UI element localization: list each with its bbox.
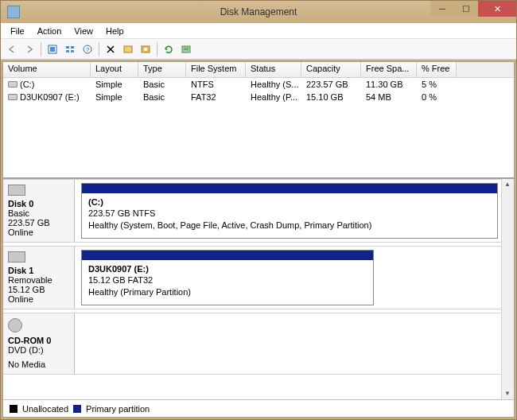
disks-panel: Disk 0 Basic 223.57 GB Online (C:) 223.5… (3, 179, 514, 399)
menu-action[interactable]: Action (31, 25, 68, 37)
vol-free: 11.30 GB (361, 80, 417, 89)
svg-rect-13 (184, 49, 189, 50)
partition-detail: 15.12 GB FAT32 (88, 274, 367, 286)
partition-header (82, 251, 373, 260)
forward-button[interactable] (21, 41, 37, 57)
rescan-button[interactable] (178, 41, 194, 57)
vertical-scrollbar[interactable]: ▲ ▼ (501, 179, 514, 399)
disk-size: 223.57 GB (8, 218, 69, 228)
col-free[interactable]: Free Spa... (361, 62, 417, 77)
up-button[interactable] (45, 41, 60, 57)
disk-icon (8, 251, 25, 262)
vol-status: Healthy (P... (246, 92, 301, 102)
partition-header (82, 184, 497, 193)
legend-swatch-unallocated (10, 405, 17, 413)
partition[interactable]: (C:) 223.57 GB NTFS Healthy (System, Boo… (81, 183, 498, 239)
minimize-button[interactable]: ─ (430, 1, 454, 17)
disk-size: 15.12 GB (8, 285, 69, 294)
col-pctfree[interactable]: % Free (417, 62, 457, 77)
disk-state: No Media (8, 360, 69, 369)
scroll-up-icon[interactable]: ▲ (502, 179, 513, 190)
svg-rect-5 (71, 50, 74, 52)
close-button[interactable]: ✕ (478, 1, 516, 17)
vol-layout: Simple (91, 92, 138, 102)
svg-rect-3 (71, 46, 74, 49)
col-layout[interactable]: Layout (91, 62, 138, 77)
col-volume[interactable]: Volume (3, 62, 91, 77)
app-icon (7, 6, 20, 18)
back-button[interactable] (4, 41, 20, 57)
col-type[interactable]: Type (138, 62, 186, 77)
cdrom-icon (8, 318, 22, 332)
volume-row[interactable]: (C:) Simple Basic NTFS Healthy (S... 223… (3, 78, 514, 91)
vol-type: Basic (138, 80, 186, 89)
delete-button[interactable] (103, 41, 119, 57)
menu-file[interactable]: File (4, 25, 31, 37)
format-button[interactable] (120, 41, 136, 57)
volumes-list: Volume Layout Type File System Status Ca… (3, 62, 514, 179)
disk-name: Disk 1 (8, 266, 69, 275)
volumes-header: Volume Layout Type File System Status Ca… (3, 62, 514, 78)
window-controls: ─ ☐ ✕ (430, 1, 516, 17)
vol-capacity: 15.10 GB (301, 92, 361, 102)
partition-title: (C:) (88, 196, 491, 208)
svg-rect-4 (66, 50, 69, 52)
settings-button[interactable] (138, 41, 154, 57)
menubar: File Action View Help (1, 23, 516, 39)
vol-layout: Simple (91, 80, 138, 89)
vol-name: (C:) (20, 80, 34, 89)
disk-state: Online (8, 294, 69, 304)
legend-swatch-primary (73, 405, 81, 413)
legend-primary: Primary partition (86, 404, 150, 414)
disk-management-window: Disk Management ─ ☐ ✕ File Action View H… (0, 0, 517, 420)
svg-rect-2 (66, 46, 69, 49)
disk-name: Disk 0 (8, 199, 69, 208)
disk-icon (8, 185, 25, 196)
partition-detail: 223.57 GB NTFS (88, 208, 491, 219)
menu-view[interactable]: View (68, 25, 99, 37)
disk-label: CD-ROM 0 DVD (D:) No Media (3, 313, 75, 374)
refresh-button[interactable] (161, 41, 177, 57)
legend: Unallocated Primary partition (3, 399, 514, 417)
partition-status: Healthy (Primary Partition) (88, 286, 367, 298)
svg-text:?: ? (86, 46, 90, 53)
partition-title: D3UK0907 (E:) (88, 263, 367, 274)
disk-name: CD-ROM 0 (8, 336, 69, 345)
svg-rect-12 (184, 48, 189, 49)
disk-kind: Basic (8, 208, 69, 218)
toolbar: ? (1, 39, 516, 60)
legend-unallocated: Unallocated (22, 404, 68, 414)
disk-icon (8, 81, 17, 88)
svg-rect-1 (50, 47, 55, 52)
volume-row[interactable]: D3UK0907 (E:) Simple Basic FAT32 Healthy… (3, 91, 514, 103)
vol-fs: FAT32 (186, 92, 246, 102)
partition[interactable]: D3UK0907 (E:) 15.12 GB FAT32 Healthy (Pr… (81, 250, 374, 305)
volumes-body[interactable]: (C:) Simple Basic NTFS Healthy (S... 223… (3, 78, 514, 177)
disk-row[interactable]: CD-ROM 0 DVD (D:) No Media (3, 313, 501, 375)
partition-status: Healthy (System, Boot, Page File, Active… (88, 220, 491, 231)
view-button[interactable] (62, 41, 78, 57)
svg-rect-8 (124, 46, 132, 52)
vol-free: 54 MB (361, 92, 417, 102)
scroll-down-icon[interactable]: ▼ (502, 388, 513, 399)
disk-row[interactable]: Disk 0 Basic 223.57 GB Online (C:) 223.5… (3, 179, 501, 243)
help-button[interactable]: ? (80, 41, 95, 57)
vol-pct: 0 % (417, 92, 457, 102)
vol-fs: NTFS (186, 80, 246, 89)
disk-label: Disk 0 Basic 223.57 GB Online (3, 180, 75, 242)
vol-status: Healthy (S... (246, 80, 301, 89)
vol-pct: 5 % (417, 80, 457, 89)
disk-row[interactable]: Disk 1 Removable 15.12 GB Online D3UK090… (3, 246, 501, 309)
disk-state: Online (8, 228, 69, 237)
col-status[interactable]: Status (246, 62, 301, 77)
disk-kind: DVD (D:) (8, 345, 69, 355)
col-capacity[interactable]: Capacity (301, 62, 361, 77)
col-fs[interactable]: File System (186, 62, 246, 77)
disk-label: Disk 1 Removable 15.12 GB Online (3, 247, 75, 309)
menu-help[interactable]: Help (99, 25, 130, 37)
maximize-button[interactable]: ☐ (454, 1, 478, 17)
svg-point-10 (144, 48, 147, 51)
vol-capacity: 223.57 GB (301, 80, 361, 89)
titlebar[interactable]: Disk Management ─ ☐ ✕ (1, 1, 516, 23)
disk-kind: Removable (8, 275, 69, 285)
